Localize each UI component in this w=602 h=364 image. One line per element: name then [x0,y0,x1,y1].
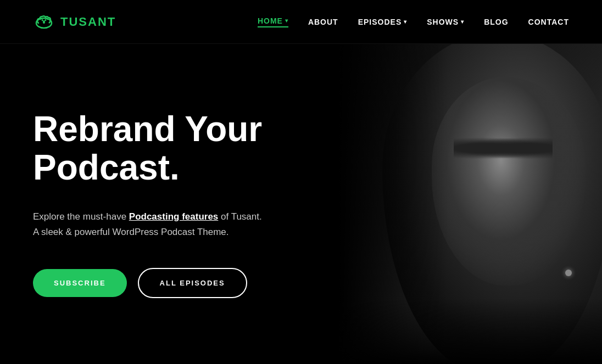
portrait-eyes [454,137,553,159]
portrait-face-highlight [432,77,586,285]
hero-buttons: SUBSCRIBE ALL EPISODES [33,268,352,298]
all-episodes-button[interactable]: ALL EPISODES [138,268,247,298]
logo-icon [33,11,55,33]
site-header: TUSANT HOME ▾ ABOUT EPISODES ▾ SHOWS ▾ B… [0,0,602,44]
nav-episodes[interactable]: EPISODES ▾ [358,18,408,26]
hero-content: Rebrand Your Podcast. Explore the must-h… [0,110,384,299]
nav-home[interactable]: HOME ▾ [258,16,288,27]
hero-title: Rebrand Your Podcast. [33,110,352,187]
nav-about[interactable]: ABOUT [308,18,338,26]
nav-blog[interactable]: BLOG [484,18,508,26]
nav-shows[interactable]: SHOWS ▾ [427,18,464,26]
chevron-down-icon: ▾ [404,19,407,25]
subscribe-button[interactable]: SUBSCRIBE [33,269,127,297]
chevron-down-icon: ▾ [285,18,288,24]
podcasting-features-link[interactable]: Podcasting features [129,211,219,222]
nav-contact[interactable]: CONTACT [528,18,569,26]
logo-link[interactable]: TUSANT [33,11,116,33]
hero-description: Explore the must-have Podcasting feature… [33,209,352,241]
main-nav: HOME ▾ ABOUT EPISODES ▾ SHOWS ▾ BLOG CON… [258,16,569,27]
brand-name: TUSANT [60,15,116,29]
chevron-down-icon: ▾ [461,19,464,25]
portrait-earring [565,270,572,276]
hero-section: Rebrand Your Podcast. Explore the must-h… [0,44,602,364]
